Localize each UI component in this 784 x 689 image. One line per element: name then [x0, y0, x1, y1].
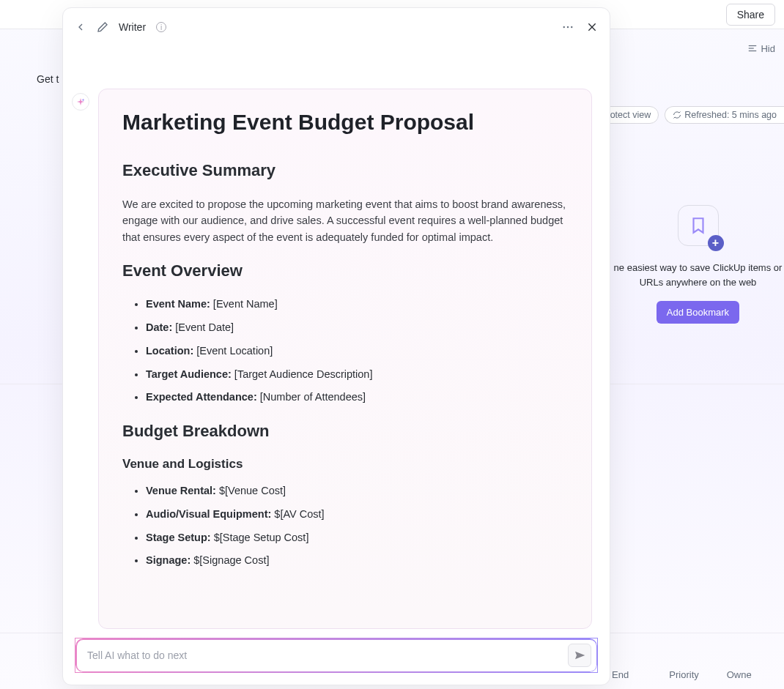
close-icon: [586, 21, 598, 33]
list-item: Venue Rental: $[Venue Cost]: [146, 483, 568, 499]
bookmark-text: ne easiest way to save ClickUp items or …: [612, 261, 784, 289]
plus-icon: +: [708, 235, 724, 251]
svg-point-4: [567, 26, 569, 28]
bookmark-icon-wrap: +: [678, 205, 719, 246]
background-columns: End Priority Owne: [612, 669, 784, 680]
share-button[interactable]: Share: [726, 4, 775, 26]
value: $[Venue Cost]: [216, 485, 286, 496]
svg-point-5: [571, 26, 572, 28]
value: [Event Name]: [210, 298, 278, 310]
doc-title: Marketing Event Budget Proposal: [122, 110, 568, 135]
sparkle-icon: [76, 97, 85, 106]
modal-header: Writer i: [63, 8, 610, 46]
column-priority: Priority: [669, 669, 726, 680]
ai-badge: [72, 93, 89, 111]
list-item: Target Audience: [Target Audience Descri…: [146, 367, 568, 383]
venue-logistics-heading: Venue and Logistics: [122, 457, 568, 472]
label: Target Audience:: [146, 368, 232, 380]
label: Venue Rental:: [146, 485, 216, 496]
svg-point-3: [563, 26, 565, 28]
more-menu-button[interactable]: [561, 21, 574, 34]
chevron-left-icon: [75, 21, 86, 33]
budget-breakdown-heading: Budget Breakdown: [122, 422, 568, 441]
value: [Number of Attendees]: [257, 391, 366, 403]
value: [Event Location]: [193, 345, 273, 357]
label: Event Name:: [146, 298, 210, 310]
ai-prompt-input[interactable]: [87, 649, 568, 661]
exec-summary-heading: Executive Summary: [122, 161, 568, 180]
exec-summary-body: We are excited to propose the upcoming m…: [122, 196, 568, 245]
list-item: Expected Attendance: [Number of Attendee…: [146, 390, 568, 406]
close-button[interactable]: [586, 21, 598, 33]
ellipsis-icon: [561, 21, 574, 34]
list-item: Stage Setup: $[Stage Setup Cost]: [146, 530, 568, 546]
list-item: Event Name: [Event Name]: [146, 297, 568, 313]
refreshed-indicator[interactable]: Refreshed: 5 mins ago: [665, 106, 784, 124]
writer-modal: Writer i Marketing Event Budget Proposal…: [62, 7, 610, 685]
label: Date:: [146, 321, 172, 333]
list-item: Audio/Visual Equipment: $[AV Cost]: [146, 507, 568, 523]
venue-logistics-list: Venue Rental: $[Venue Cost] Audio/Visual…: [122, 483, 568, 569]
value: $[Stage Setup Cost]: [211, 532, 309, 543]
value: [Target Audience Description]: [232, 368, 373, 380]
add-bookmark-button[interactable]: Add Bookmark: [657, 301, 739, 324]
label: Expected Attendance:: [146, 391, 257, 403]
list-item: Location: [Event Location]: [146, 343, 568, 360]
list-item: Date: [Event Date]: [146, 320, 568, 336]
event-overview-list: Event Name: [Event Name] Date: [Event Da…: [122, 297, 568, 406]
value: [Event Date]: [172, 321, 234, 333]
column-owner: Owne: [727, 669, 784, 680]
hide-toggle[interactable]: Hid: [747, 41, 775, 56]
value: $[AV Cost]: [271, 508, 324, 520]
list-item: Signage: $[Signage Cost]: [146, 553, 568, 569]
column-end: End: [612, 669, 669, 680]
document-content[interactable]: Marketing Event Budget Proposal Executiv…: [98, 89, 592, 629]
ai-prompt-box: [75, 638, 598, 673]
pencil-icon: [97, 21, 108, 33]
label: Location:: [146, 345, 193, 357]
value: $[Signage Cost]: [191, 554, 269, 566]
edit-button[interactable]: [97, 21, 108, 33]
info-icon[interactable]: i: [156, 22, 166, 32]
filter-icon: [747, 43, 758, 53]
label: Audio/Visual Equipment:: [146, 508, 271, 520]
send-button[interactable]: [568, 644, 591, 667]
label: Stage Setup:: [146, 532, 211, 543]
background-toolbar3: Protect view Refreshed: 5 mins ago: [581, 106, 784, 124]
back-button[interactable]: [75, 21, 86, 33]
bookmark-icon: [689, 216, 708, 235]
modal-title: Writer: [119, 21, 146, 33]
bookmark-panel: + ne easiest way to save ClickUp items o…: [612, 205, 784, 324]
send-icon: [574, 649, 585, 661]
modal-footer: [63, 629, 610, 685]
event-overview-heading: Event Overview: [122, 261, 568, 280]
label: Signage:: [146, 554, 191, 566]
background-hint: Get t: [37, 73, 59, 85]
refresh-icon: [673, 111, 681, 119]
